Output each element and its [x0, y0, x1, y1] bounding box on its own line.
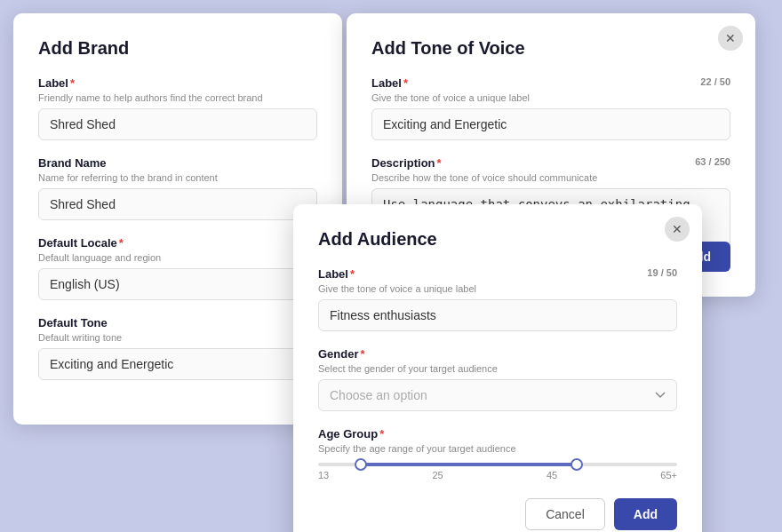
tone-label-input[interactable]: [371, 108, 730, 140]
brand-name-heading: Brand Name: [38, 156, 317, 170]
brand-tone-input[interactable]: [38, 348, 317, 380]
brand-locale-hint: Default language and region: [38, 252, 317, 263]
brand-label-input[interactable]: [38, 108, 317, 140]
tone-description-heading: Description* 63 / 250: [371, 156, 730, 170]
audience-age-group: Age Group* Specify the age range of your…: [318, 427, 677, 480]
tone-description-counter: 63 / 250: [695, 156, 730, 167]
brand-label-heading: Label*: [38, 76, 317, 90]
slider-left-thumb[interactable]: [355, 458, 367, 471]
audience-age-hint: Specify the age range of your target aud…: [318, 443, 677, 454]
audience-label-group: Label* 19 / 50 Give the tone of voice a …: [318, 267, 677, 331]
brand-locale-input[interactable]: [38, 268, 317, 300]
audience-add-button[interactable]: Add: [614, 498, 677, 530]
audience-age-heading: Age Group*: [318, 427, 677, 441]
audience-gender-hint: Select the gender of your target audienc…: [318, 363, 677, 374]
tone-label-counter: 22 / 50: [700, 76, 730, 87]
audience-gender-heading: Gender*: [318, 347, 677, 361]
audience-label-hint: Give the tone of voice a unique label: [318, 283, 677, 294]
tone-label-heading: Label* 22 / 50: [371, 76, 730, 90]
tone-label-hint: Give the tone of voice a unique label: [371, 92, 730, 103]
slider-fill: [361, 463, 576, 466]
audience-modal-close-button[interactable]: ✕: [665, 217, 690, 242]
brand-name-group: Brand Name Name for referring to the bra…: [38, 156, 317, 220]
brand-tone-hint: Default writing tone: [38, 332, 317, 343]
audience-cancel-button[interactable]: Cancel: [525, 498, 605, 530]
brand-tone-heading: Default Tone: [38, 316, 317, 330]
age-range-slider[interactable]: 13 25 45 65+: [318, 463, 677, 480]
brand-label-hint: Friendly name to help authors find the c…: [38, 92, 317, 103]
audience-button-row: Cancel Add: [318, 498, 677, 530]
brand-name-input[interactable]: [38, 188, 317, 220]
tone-modal-close-button[interactable]: ✕: [718, 26, 743, 51]
tone-modal-title: Add Tone of Voice: [371, 38, 730, 59]
brand-locale-heading: Default Locale*: [38, 236, 317, 250]
age-max-label: 65+: [660, 470, 677, 480]
age-min-label: 13: [318, 470, 329, 480]
slider-labels: 13 25 45 65+: [318, 470, 677, 480]
brand-locale-group: Default Locale* Default language and reg…: [38, 236, 317, 300]
slider-track: [318, 463, 677, 466]
audience-label-heading: Label* 19 / 50: [318, 267, 677, 281]
brand-modal-title: Add Brand: [38, 38, 317, 59]
brand-tone-group: Default Tone Default writing tone: [38, 316, 317, 380]
add-audience-modal: ✕ Add Audience Label* 19 / 50 Give the t…: [293, 204, 702, 532]
tone-description-hint: Describe how the tone of voice should co…: [371, 172, 730, 183]
tone-label-group: Label* 22 / 50 Give the tone of voice a …: [371, 76, 730, 140]
slider-right-thumb[interactable]: [571, 458, 583, 471]
audience-gender-group: Gender* Select the gender of your target…: [318, 347, 677, 411]
brand-name-hint: Name for referring to the brand in conte…: [38, 172, 317, 183]
age-left-value: 25: [432, 470, 443, 480]
audience-label-counter: 19 / 50: [647, 267, 677, 278]
audience-label-input[interactable]: [318, 299, 677, 331]
brand-label-group: Label* Friendly name to help authors fin…: [38, 76, 317, 140]
audience-modal-title: Add Audience: [318, 229, 677, 250]
audience-gender-select[interactable]: Choose an option Male Female All Genders: [318, 379, 677, 411]
age-right-value: 45: [547, 470, 557, 480]
